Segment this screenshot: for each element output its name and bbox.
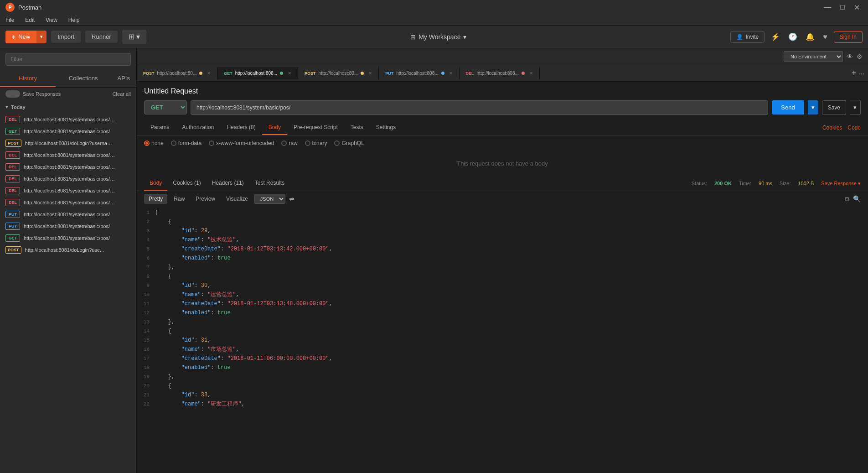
add-tab-button[interactable]: + [852,68,857,78]
search-input[interactable] [5,53,131,66]
invite-button[interactable]: 👤 Invite [730,31,765,43]
resp-tab-body[interactable]: Body [144,176,167,191]
list-item[interactable]: DEL http://localhost:8081/system/basic/p… [0,197,136,208]
close-button[interactable]: ✕ [851,2,863,13]
req-tab-params[interactable]: Params [144,120,176,135]
req-tab-headers[interactable]: Headers (8) [220,120,262,135]
tab-post-2[interactable]: POST http://localhost:80... ✕ [298,67,379,79]
code-link[interactable]: Code [847,125,861,131]
view-raw-button[interactable]: Raw [169,194,189,204]
tab-post-1[interactable]: POST http://localhost:80... ✕ [137,67,217,79]
req-tab-pre-request[interactable]: Pre-request Script [287,120,344,135]
tabs-actions: + ··· [848,68,868,78]
tab-get-active[interactable]: GET http://localhost:808... ✕ [217,67,298,79]
maximize-button[interactable]: □ [837,2,847,12]
req-tab-settings[interactable]: Settings [370,120,402,135]
sidebar-tab-apis[interactable]: APIs [111,70,136,87]
sidebar-tab-history[interactable]: History [0,70,56,87]
list-item[interactable]: GET http://localhost:8081/system/basic/p… [0,232,136,244]
menubar: File Edit View Help [0,15,868,26]
settings-icon-btn[interactable]: ⚙ [857,53,863,60]
tab-close-icon[interactable]: ✕ [529,71,533,76]
body-option-none[interactable]: none [144,140,164,146]
tab-put[interactable]: PUT http://localhost:808... ✕ [379,67,459,79]
more-tabs-button[interactable]: ··· [859,70,864,77]
body-option-urlencoded[interactable]: x-www-form-urlencoded [209,140,274,146]
import-button[interactable]: Import [51,31,81,43]
history-icon-btn[interactable]: 🕐 [786,31,799,43]
wrap-icon-btn[interactable]: ⇌ [289,195,294,203]
url-input[interactable] [191,100,768,115]
method-select[interactable]: GET POST PUT DELETE [144,100,187,114]
save-button[interactable]: Save [822,100,846,115]
signin-button[interactable]: Sign In [834,31,863,43]
sidebar-tab-collections[interactable]: Collections [56,70,111,87]
tab-unsaved-dot [280,72,283,75]
layout-button[interactable]: ⊞ ▾ [122,30,146,44]
menu-file[interactable]: File [4,16,16,24]
lightning-icon-btn[interactable]: ⚡ [769,31,782,43]
resp-tab-cookies[interactable]: Cookies (1) [167,176,206,191]
line-content: "id": 33, [155,391,868,400]
body-option-form-data[interactable]: form-data [171,140,202,146]
send-dropdown-button[interactable]: ▾ [808,100,818,114]
environment-select[interactable]: No Environment [784,51,843,62]
list-item[interactable]: DEL http://localhost:8081/system/basic/p… [0,161,136,173]
tab-close-icon[interactable]: ✕ [288,71,291,76]
tab-method-label: POST [143,71,155,76]
code-line: 18 "enabled": true [137,364,868,373]
eye-icon-btn[interactable]: 👁 [847,53,853,60]
list-item[interactable]: POST http://localhost:8081/doLogin?use..… [0,244,136,256]
body-option-binary[interactable]: binary [305,140,327,146]
send-button[interactable]: Send [772,100,804,114]
tab-del[interactable]: DEL http://localhost:808... ✕ [460,67,540,79]
list-item[interactable]: DEL http://localhost:8081/system/basic/p… [0,185,136,197]
list-item[interactable]: PUT http://localhost:8081/system/basic/p… [0,208,136,220]
menu-edit[interactable]: Edit [23,16,36,24]
list-item[interactable]: GET http://localhost:8081/system/basic/p… [0,125,136,137]
req-tab-authorization[interactable]: Authorization [176,120,220,135]
line-number: 5 [137,245,155,254]
code-line: 17 "createDate": "2018-01-11T06:00:00.00… [137,354,868,364]
save-dropdown-button[interactable]: ▾ [850,100,861,115]
resp-tab-test-results[interactable]: Test Results [249,176,290,191]
new-button[interactable]: + New [5,31,36,43]
tab-method-label: GET [224,71,232,76]
line-number: 7 [137,263,155,272]
body-option-raw[interactable]: raw [281,140,297,146]
req-tab-tests[interactable]: Tests [344,120,370,135]
format-select[interactable]: JSON [254,194,285,204]
list-item[interactable]: DEL http://localhost:8081/system/basic/p… [0,173,136,185]
workspace-button[interactable]: ⊞ My Workspace ▾ [410,33,466,41]
view-pretty-button[interactable]: Pretty [144,194,167,204]
tab-close-icon[interactable]: ✕ [368,71,372,76]
search-icon-btn[interactable]: 🔍 [853,195,861,203]
clear-all-button[interactable]: Clear all [113,91,131,97]
list-item[interactable]: PUT http://localhost:8081/system/basic/p… [0,220,136,232]
tab-close-icon[interactable]: ✕ [207,71,211,76]
save-responses-toggle[interactable] [5,90,20,98]
save-response-button[interactable]: Save Response ▾ [821,181,861,187]
view-visualize-button[interactable]: Visualize [222,194,253,204]
list-item[interactable]: DEL http://localhost:8081/system/basic/p… [0,149,136,161]
view-preview-button[interactable]: Preview [191,194,220,204]
minimize-button[interactable]: — [821,2,834,12]
method-badge: DEL [5,116,20,123]
copy-icon-btn[interactable]: ⧉ [845,195,849,203]
tab-close-icon[interactable]: ✕ [449,71,453,76]
resp-tab-headers[interactable]: Headers (11) [207,176,249,191]
req-tab-body[interactable]: Body [262,120,287,135]
list-item[interactable]: POST http://localhost:8081/doLogin?usern… [0,137,136,149]
heart-icon-btn[interactable]: ♥ [821,31,829,43]
body-option-graphql[interactable]: GraphQL [334,140,364,146]
new-dropdown-button[interactable]: ▾ [36,31,46,43]
plus-icon: + [12,33,16,41]
runner-button[interactable]: Runner [85,31,118,43]
menu-view[interactable]: View [44,16,59,24]
cookies-link[interactable]: Cookies [822,125,842,131]
line-content: { [155,218,868,227]
menu-help[interactable]: Help [67,16,82,24]
list-item[interactable]: DEL http://localhost:8081/system/basic/p… [0,114,136,125]
line-content: "id": 29, [155,227,868,236]
bell-icon-btn[interactable]: 🔔 [804,31,816,43]
